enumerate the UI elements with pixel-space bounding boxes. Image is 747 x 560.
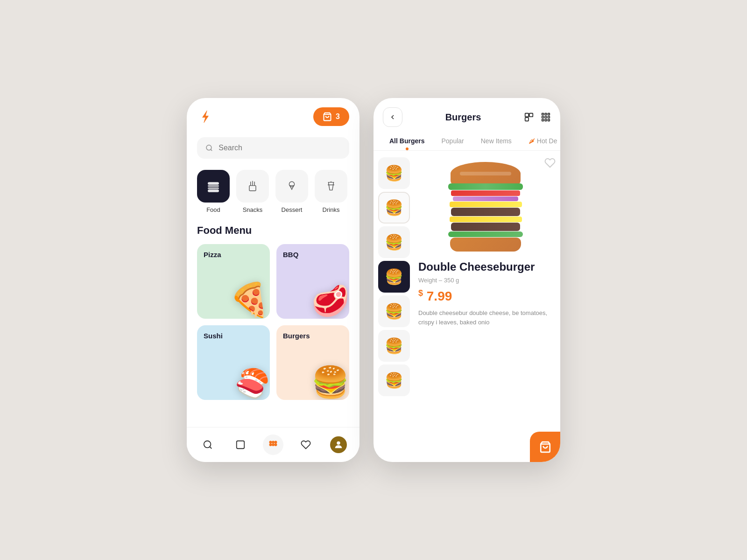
search-input[interactable]	[218, 144, 341, 152]
svg-rect-14	[237, 441, 245, 449]
tab-all-burgers[interactable]: All Burgers	[383, 133, 431, 150]
app-header: 3	[197, 107, 349, 126]
grid-view-icon[interactable]	[541, 112, 551, 122]
svg-point-10	[289, 182, 294, 187]
price-dollar: $	[418, 288, 423, 298]
fries-icon	[246, 180, 259, 193]
detail-header: Burgers	[374, 98, 560, 127]
svg-point-15	[270, 441, 272, 443]
burger-thumbnail-list: 🍔 🍔 🍔 🍔 🍔 🍔 🍔	[374, 151, 416, 462]
filter-tabs: All Burgers Popular New Items 🌶Hot De	[374, 127, 560, 151]
drinks-label: Drinks	[323, 206, 340, 213]
add-to-cart-button[interactable]	[530, 432, 560, 462]
bun-top	[451, 162, 521, 185]
category-food[interactable]: Food	[197, 170, 230, 213]
svg-point-1	[206, 145, 211, 150]
svg-rect-26	[545, 113, 547, 115]
sushi-label: Sushi	[204, 332, 263, 340]
profile-avatar	[330, 436, 347, 453]
lettuce-bottom	[448, 231, 523, 237]
onion-layer	[453, 196, 518, 201]
thumb-burger-6[interactable]: 🍔	[378, 330, 410, 362]
search-icon	[205, 144, 213, 152]
svg-rect-33	[548, 119, 550, 121]
nav-grid[interactable]	[263, 434, 283, 455]
nav-search[interactable]	[197, 434, 218, 455]
svg-rect-29	[545, 116, 547, 118]
dessert-label: Dessert	[282, 206, 303, 213]
back-button[interactable]	[383, 107, 402, 127]
thumb-burger-2[interactable]: 🍔	[378, 192, 410, 224]
detail-content: 🍔 🍔 🍔 🍔 🍔 🍔 🍔	[374, 151, 560, 462]
svg-point-21	[337, 441, 340, 445]
svg-point-16	[272, 441, 274, 443]
thumb-burger-3[interactable]: 🍔	[378, 226, 410, 258]
food-label: Food	[206, 206, 220, 213]
bun-bottom	[450, 238, 521, 252]
price-value: 7.99	[427, 289, 452, 303]
category-dessert[interactable]: Dessert	[275, 170, 308, 213]
menu-card-burgers[interactable]: Burgers 🍔	[276, 325, 349, 400]
cheese-layer	[450, 202, 522, 207]
svg-rect-6	[249, 186, 256, 191]
tab-new-items[interactable]: New Items	[474, 133, 518, 150]
sushi-image: 🍣	[235, 367, 270, 400]
product-detail: Double Cheeseburger Weight – 350 g $ 7.9…	[416, 151, 560, 462]
burger-visualization	[418, 162, 553, 252]
category-drinks[interactable]: Drinks	[315, 170, 347, 213]
product-description: Double cheesebur double cheese, be tomat…	[418, 308, 553, 327]
svg-rect-31	[542, 119, 544, 121]
svg-rect-25	[542, 113, 544, 115]
burger-icon	[206, 179, 221, 194]
list-view-icon[interactable]	[524, 112, 534, 122]
cart-add-icon	[539, 441, 551, 453]
svg-point-19	[272, 444, 274, 446]
svg-rect-32	[545, 119, 547, 121]
nav-heart-icon	[301, 440, 311, 450]
logo	[197, 108, 214, 125]
search-bar[interactable]	[197, 137, 349, 159]
tomato-layer	[451, 190, 520, 196]
svg-rect-3	[208, 185, 218, 186]
svg-rect-27	[548, 113, 550, 115]
svg-point-18	[270, 444, 272, 446]
favorite-button[interactable]	[544, 157, 556, 171]
svg-rect-4	[208, 188, 218, 189]
categories-row: Food Snacks Dessert	[197, 170, 349, 213]
bbq-image: 🥩	[311, 283, 349, 319]
svg-rect-23	[529, 113, 533, 117]
category-snacks[interactable]: Snacks	[236, 170, 269, 213]
left-phone: 3 Food	[187, 98, 359, 462]
product-price: $ 7.99	[418, 288, 553, 304]
nav-grid-icon	[268, 440, 278, 450]
svg-rect-5	[208, 190, 218, 192]
tab-popular[interactable]: Popular	[435, 133, 470, 150]
menu-card-pizza[interactable]: Pizza 🍕	[197, 244, 270, 319]
patty-1	[451, 208, 520, 216]
drink-icon	[324, 180, 338, 193]
nav-profile[interactable]	[328, 434, 349, 455]
nav-favorites[interactable]	[296, 434, 316, 455]
svg-rect-24	[525, 118, 529, 121]
thumb-burger-5[interactable]: 🍔	[378, 295, 410, 327]
hot-icon: 🌶	[529, 137, 535, 145]
dessert-icon-box	[275, 170, 308, 203]
svg-point-17	[275, 441, 277, 443]
nav-browse[interactable]	[230, 434, 251, 455]
bbq-label: BBQ	[283, 251, 343, 259]
thumb-burger-1[interactable]: 🍔	[378, 157, 410, 189]
thumb-burger-7[interactable]: 🍔	[378, 364, 410, 396]
cart-button[interactable]: 3	[313, 107, 349, 126]
menu-grid: Pizza 🍕 BBQ 🥩 Sushi 🍣 Burgers 🍔	[197, 244, 349, 400]
tab-hot-deals[interactable]: 🌶Hot De	[522, 133, 560, 150]
nav-search-icon	[203, 440, 213, 450]
svg-rect-2	[208, 182, 218, 184]
thumb-burger-4[interactable]: 🍔	[378, 261, 410, 293]
product-weight: Weight – 350 g	[418, 277, 553, 284]
pizza-label: Pizza	[204, 251, 263, 259]
menu-card-bbq[interactable]: BBQ 🥩	[276, 244, 349, 319]
menu-card-sushi[interactable]: Sushi 🍣	[197, 325, 270, 400]
bottom-nav	[187, 427, 359, 462]
drinks-icon-box	[315, 170, 347, 203]
snacks-icon-box	[236, 170, 269, 203]
